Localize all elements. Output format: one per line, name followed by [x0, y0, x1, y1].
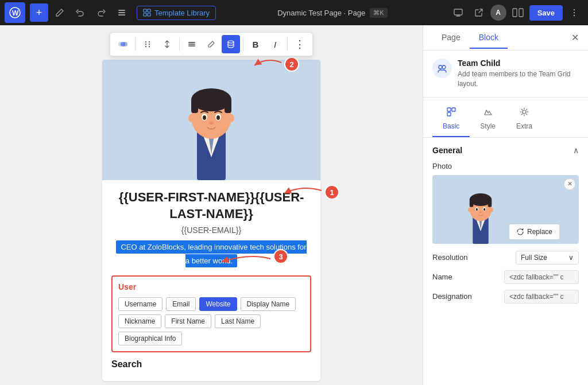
external-link-icon[interactable] [470, 3, 488, 22]
list-view-icon[interactable] [113, 3, 131, 22]
svg-point-20 [145, 44, 146, 45]
block-toolbar: B I ⋮ [110, 32, 313, 56]
sub-tab-basic-label: Basic [443, 122, 459, 130]
photo-label: Photo [432, 162, 579, 170]
svg-point-17 [121, 42, 125, 46]
svg-rect-11 [519, 9, 523, 17]
svg-point-42 [439, 65, 442, 69]
template-library-button[interactable]: Template Library [137, 6, 216, 20]
svg-rect-4 [118, 14, 125, 15]
svg-point-21 [149, 44, 150, 45]
pencil-icon[interactable] [51, 3, 69, 22]
svg-rect-26 [188, 45, 195, 46]
svg-rect-7 [144, 13, 146, 16]
tag-last-name[interactable]: Last Name [215, 314, 261, 328]
svg-point-59 [479, 211, 482, 213]
svg-rect-24 [188, 42, 195, 43]
general-section-header: General ∧ [432, 146, 579, 155]
block-type-icon [432, 59, 452, 78]
svg-text:W: W [12, 9, 19, 17]
tag-nickname[interactable]: Nickname [118, 314, 161, 328]
separator [179, 37, 180, 51]
avatar[interactable]: A [490, 5, 506, 21]
photo-remove-icon[interactable]: ✕ [564, 178, 575, 190]
tag-email[interactable]: Email [166, 297, 196, 311]
section-collapse-icon[interactable]: ∧ [573, 146, 579, 155]
svg-rect-46 [447, 112, 451, 116]
user-name-template: {{USER-FIRST-NAME}}{{USER-LAST-NAME}} [114, 189, 309, 222]
tag-first-name[interactable]: First Name [165, 314, 211, 328]
svg-rect-44 [447, 108, 451, 111]
name-label: Name [432, 273, 452, 281]
svg-point-58 [483, 208, 485, 210]
resolution-select[interactable]: Full Size ∨ [516, 251, 579, 265]
tags-grid: Username Email Website Display Name Nick… [118, 297, 304, 345]
replace-button[interactable]: Replace [509, 224, 559, 239]
topbar-right-actions: A Save [449, 3, 583, 22]
resolution-label: Resolution [432, 253, 467, 262]
svg-rect-3 [118, 12, 125, 13]
shortcut-badge: ⌘K [370, 8, 387, 18]
annotation-1: 1 [324, 185, 339, 200]
drag-handle-icon[interactable] [138, 35, 157, 53]
undo-icon[interactable] [71, 3, 90, 22]
basic-icon [446, 107, 457, 120]
canvas-area: B I ⋮ [0, 25, 423, 385]
align-icon[interactable] [183, 35, 201, 53]
replace-label: Replace [527, 228, 552, 236]
save-button[interactable]: Save [529, 5, 563, 21]
separator [243, 37, 243, 51]
edit-pencil-icon[interactable] [202, 35, 220, 53]
annotation-circle-1: 1 [324, 185, 339, 200]
close-panel-icon[interactable]: ✕ [571, 32, 579, 43]
designation-field-row: Designation <zdc fallback="" c [432, 290, 579, 304]
italic-icon[interactable]: I [266, 35, 284, 53]
tag-biographical-info[interactable]: Biographical Info [118, 332, 182, 345]
tab-block[interactable]: Block [470, 27, 508, 49]
svg-rect-53 [470, 199, 474, 207]
database-icon[interactable] [222, 35, 240, 53]
tag-display-name[interactable]: Display Name [241, 297, 296, 311]
svg-point-19 [149, 41, 150, 42]
svg-rect-33 [191, 99, 198, 113]
dynamic-tags-box: User Username Email Website Display Name… [111, 275, 311, 352]
more-options-icon[interactable] [565, 3, 583, 22]
tag-username[interactable]: Username [118, 297, 163, 311]
card-text-area: {{USER-FIRST-NAME}}{{USER-LAST-NAME}} {{… [102, 180, 320, 267]
separator [135, 37, 136, 51]
wp-logo-icon[interactable]: W [5, 2, 25, 23]
person-illustration [165, 65, 257, 180]
svg-rect-5 [144, 9, 146, 12]
tab-page[interactable]: Page [432, 27, 470, 49]
group-block-icon[interactable] [114, 35, 132, 53]
designation-value[interactable]: <zdc fallback="" c [504, 290, 579, 304]
block-info: Team Child Add team members to the Team … [423, 50, 588, 98]
photo-preview: ✕ [432, 175, 579, 244]
svg-point-37 [203, 115, 206, 120]
main-layout: B I ⋮ [0, 25, 588, 385]
add-block-button[interactable]: + [30, 3, 48, 22]
chevron-down-icon: ∨ [568, 254, 574, 262]
monitor-icon[interactable] [449, 3, 467, 22]
sub-tab-basic[interactable]: Basic [432, 103, 470, 137]
svg-rect-2 [118, 10, 125, 11]
bold-icon[interactable]: B [246, 35, 265, 53]
designation-label: Designation [432, 292, 472, 301]
tag-website[interactable]: Website [199, 297, 237, 311]
user-email-template: {{USER-EMAIL}} [114, 225, 309, 235]
svg-point-61 [490, 207, 493, 212]
panel-content: General ∧ Photo ✕ [423, 138, 588, 385]
svg-rect-10 [513, 9, 517, 17]
more-toolbar-icon[interactable]: ⋮ [291, 35, 309, 53]
right-panel: Page Block ✕ Team Child Add team members… [423, 25, 588, 385]
page-title-area: Dynamic Test Page · Page ⌘K [218, 8, 447, 18]
svg-point-13 [574, 12, 575, 13]
style-icon [483, 107, 493, 120]
move-up-down-icon[interactable] [158, 35, 176, 53]
sub-tab-extra[interactable]: Extra [506, 103, 543, 137]
redo-icon[interactable] [92, 3, 110, 22]
sub-tab-style[interactable]: Style [470, 103, 506, 137]
name-value[interactable]: <zdc fallback="" c [504, 270, 579, 284]
svg-point-18 [145, 41, 146, 42]
layout-toggle-icon[interactable] [509, 3, 527, 22]
